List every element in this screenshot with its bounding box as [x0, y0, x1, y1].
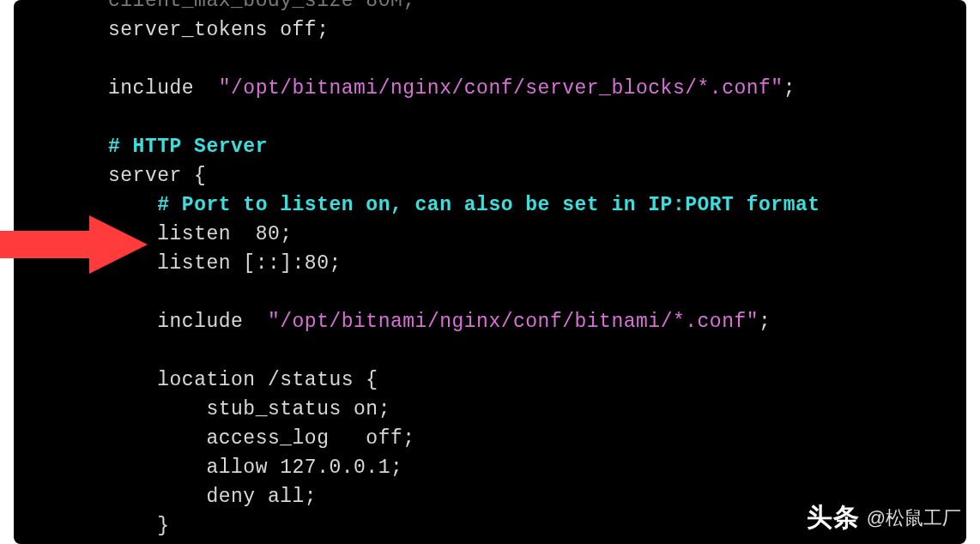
code-token: include [157, 311, 268, 333]
code-token: listen [::]:80; [157, 252, 342, 275]
code-line [108, 336, 966, 366]
code-token: } [157, 515, 169, 537]
code-token: ; [783, 77, 795, 100]
code-token: # HTTP Server [108, 136, 268, 158]
code-token: allow 127.0.0.1; [206, 456, 402, 479]
code-line: # HTTP Server [108, 132, 966, 161]
code-line: server_tokens off; [108, 15, 966, 45]
code-line: location /status { [108, 366, 966, 395]
code-token: ; [759, 311, 771, 333]
code-token: server_tokens off; [108, 19, 329, 41]
code-token: listen 80; [157, 223, 292, 245]
code-token: include [108, 77, 219, 100]
code-line: server { [108, 161, 966, 190]
code-line: include "/opt/bitnami/nginx/conf/server_… [108, 74, 966, 103]
code-line: # Port to listen on, can also be set in … [108, 190, 966, 220]
code-token: # Port to listen on, can also be set in … [157, 194, 820, 216]
code-block: client_max_body_size 80M;server_tokens o… [14, 0, 966, 544]
code-line: listen 80; [108, 220, 966, 249]
code-token: "/opt/bitnami/nginx/conf/bitnami/*.conf" [268, 311, 759, 333]
code-line [108, 278, 966, 307]
code-line [108, 45, 966, 74]
code-line: client_max_body_size 80M; [108, 0, 966, 15]
watermark-brand: 头条 [807, 500, 860, 535]
watermark: 头条 @松鼠工厂 [807, 500, 961, 535]
code-token: location /status { [157, 369, 378, 391]
code-line: allow 127.0.0.1; [108, 453, 966, 482]
code-line: include "/opt/bitnami/nginx/conf/bitnami… [108, 307, 966, 336]
code-token: access_log off; [206, 427, 414, 450]
watermark-handle: @松鼠工厂 [867, 505, 961, 531]
code-token: server { [108, 165, 206, 187]
code-token: deny all; [206, 486, 317, 508]
code-line: listen [::]:80; [108, 249, 966, 278]
code-token: stub_status on; [206, 398, 390, 420]
code-line: access_log off; [108, 424, 966, 453]
terminal-frame: client_max_body_size 80M;server_tokens o… [14, 0, 966, 544]
code-line: stub_status on; [108, 395, 966, 424]
code-line: } [108, 541, 966, 544]
code-token: "/opt/bitnami/nginx/conf/server_blocks/*… [219, 77, 783, 100]
code-token: client_max_body_size 80M; [108, 0, 415, 12]
code-line [108, 103, 966, 132]
